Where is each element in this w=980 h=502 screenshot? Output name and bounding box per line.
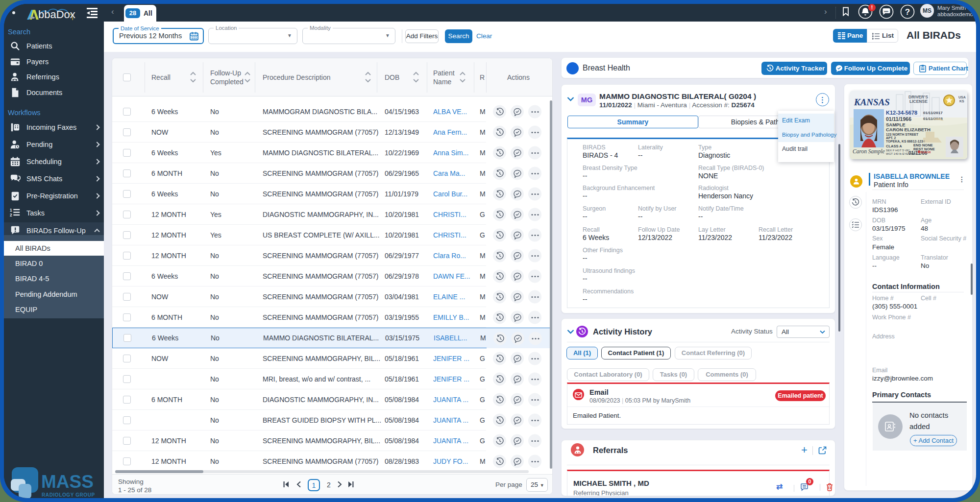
svg-text:SEX F HGT 5'-06": SEX F HGT 5'-06": [886, 149, 910, 152]
svg-text:KS: KS: [959, 99, 964, 103]
svg-text:?: ?: [905, 7, 910, 17]
svg-text:1: 1: [10, 208, 12, 213]
svg-text:CLASS A: CLASS A: [886, 144, 902, 148]
svg-text:DONOR: DONOR: [921, 151, 931, 154]
svg-text:K12-34-5678: K12-34-5678: [886, 110, 917, 116]
svg-text:01/11/2017: 01/11/2017: [923, 111, 943, 115]
svg-text:LICENSE: LICENSE: [909, 99, 928, 104]
svg-text:APT. 2: APT. 2: [886, 136, 896, 140]
svg-text:2: 2: [10, 213, 12, 217]
svg-text:01/11/1966: 01/11/1966: [886, 116, 911, 122]
svg-text:Caron Sample: Caron Sample: [853, 148, 885, 155]
svg-text:SMS: SMS: [884, 10, 888, 13]
svg-text:KANSAS: KANSAS: [854, 97, 890, 107]
svg-text:RADIOLOGY GROUP: RADIOLOGY GROUP: [42, 492, 95, 498]
svg-text:USA: USA: [958, 96, 966, 99]
svg-text:CARON ELIZABETH: CARON ELIZABETH: [886, 127, 931, 132]
svg-text:MASS: MASS: [41, 472, 94, 492]
svg-text:123 NORTH STREET: 123 NORTH STREET: [886, 133, 919, 136]
